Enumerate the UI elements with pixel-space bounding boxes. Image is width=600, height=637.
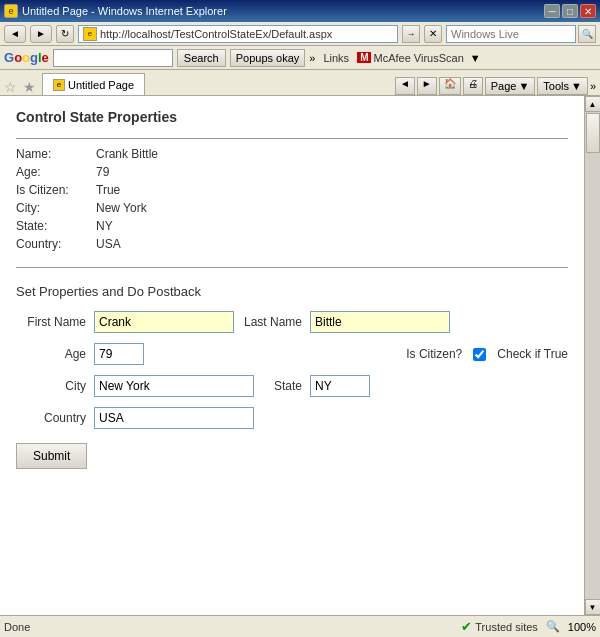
zoom-label: 🔍 [546,620,560,633]
status-right: ✔ Trusted sites 🔍 100% [461,619,596,634]
form-row-name: First Name Last Name [16,311,568,333]
city-label: City [16,379,86,393]
google-bar: Google Search Popups okay » Links M McAf… [0,46,600,70]
address-input-container[interactable]: e http://localhost/TestControlStateEx/De… [78,25,398,43]
shield-icon: ✔ [461,619,472,634]
page-icon: e [83,27,97,41]
trusted-sites: ✔ Trusted sites [461,619,538,634]
title-bar: e Untitled Page - Windows Internet Explo… [0,0,600,22]
last-name-input[interactable] [310,311,450,333]
page-content: Control State Properties Name: Crank Bit… [0,96,584,615]
divider-1 [16,138,568,139]
live-search-input[interactable] [446,25,576,43]
prop-label-name: Name: [16,147,96,161]
maximize-button[interactable]: □ [562,4,578,18]
properties-table: Name: Crank Bittle Age: 79 Is Citizen: T… [16,147,568,251]
tab-print[interactable]: 🖨 [463,77,483,95]
tab-nav-left[interactable]: ◄ [395,77,415,95]
address-bar: ◄ ► ↻ e http://localhost/TestControlStat… [0,22,600,46]
form-row-city-state: City State [16,375,568,397]
google-search-button[interactable]: Search [177,49,226,67]
prop-row-country: Country: USA [16,237,568,251]
submit-button[interactable]: Submit [16,443,87,469]
prop-value-age: 79 [96,165,109,179]
city-input[interactable] [94,375,254,397]
form-title: Set Properties and Do Postback [16,284,568,299]
form-row-age-citizen: Age Is Citizen? Check if True [16,343,568,365]
live-search-button[interactable]: 🔍 [578,25,596,43]
prop-value-city: New York [96,201,147,215]
prop-row-citizen: Is Citizen: True [16,183,568,197]
prop-value-name: Crank Bittle [96,147,158,161]
form-row-country: Country [16,407,568,429]
prop-row-city: City: New York [16,201,568,215]
tools-button[interactable]: Tools ▼ [537,77,588,95]
google-logo: Google [4,50,49,65]
status-text: Done [4,621,30,633]
is-citizen-checkbox[interactable] [473,348,486,361]
age-input[interactable] [94,343,144,365]
more-button[interactable]: » [590,80,596,92]
close-button[interactable]: ✕ [580,4,596,18]
google-search-input[interactable] [53,49,173,67]
prop-label-state: State: [16,219,96,233]
scrollbar: ▲ ▼ [584,96,600,615]
prop-label-citizen: Is Citizen: [16,183,96,197]
tab-favicon: e [53,79,65,91]
app-icon: e [4,4,18,18]
submit-row: Submit [16,439,568,469]
country-label: Country [16,411,86,425]
tabs-bar: ☆ ★ e Untitled Page ◄ ► 🏠 🖨 Page ▼ Tools… [0,70,600,96]
prop-row-name: Name: Crank Bittle [16,147,568,161]
scroll-up-button[interactable]: ▲ [585,96,601,112]
go-button[interactable]: → [402,25,420,43]
country-input[interactable] [94,407,254,429]
page-button[interactable]: Page ▼ [485,77,536,95]
mcafee-area: M McAfee VirusScan [357,52,464,64]
state-label: State [262,379,302,393]
last-name-label: Last Name [242,315,302,329]
links-label: Links [323,52,349,64]
mcafee-label: McAfee VirusScan [373,52,463,64]
prop-value-country: USA [96,237,121,251]
browser-content: Control State Properties Name: Crank Bit… [0,96,600,615]
active-tab[interactable]: e Untitled Page [42,73,145,95]
tab-nav-right[interactable]: ► [417,77,437,95]
first-name-label: First Name [16,315,86,329]
refresh-button[interactable]: ↻ [56,25,74,43]
prop-label-age: Age: [16,165,96,179]
page-label: Page [491,80,517,92]
live-search-area: 🔍 [446,25,596,43]
back-button[interactable]: ◄ [4,25,26,43]
prop-value-state: NY [96,219,113,233]
popups-button[interactable]: Popups okay [230,49,306,67]
divider-2 [16,267,568,268]
tab-controls-right: ◄ ► 🏠 🖨 Page ▼ Tools ▼ » [395,77,596,95]
tab-label: Untitled Page [68,79,134,91]
prop-row-state: State: NY [16,219,568,233]
prop-label-country: Country: [16,237,96,251]
zoom-level: 100% [568,621,596,633]
favorites-star[interactable]: ☆ [4,79,17,95]
prop-row-age: Age: 79 [16,165,568,179]
page-section-title: Control State Properties [16,108,568,126]
scroll-down-button[interactable]: ▼ [585,599,601,615]
favorites-star2[interactable]: ★ [23,79,36,95]
window-title: Untitled Page - Windows Internet Explore… [22,5,227,17]
minimize-button[interactable]: ─ [544,4,560,18]
checkbox-label: Check if True [497,347,568,361]
is-citizen-label: Is Citizen? [406,347,462,361]
scroll-thumb[interactable] [586,113,600,153]
trusted-sites-label: Trusted sites [475,621,538,633]
status-bar: Done ✔ Trusted sites 🔍 100% [0,615,600,637]
address-text: http://localhost/TestControlStateEx/Defa… [100,28,393,40]
stop-button[interactable]: ✕ [424,25,442,43]
first-name-input[interactable] [94,311,234,333]
forward-button[interactable]: ► [30,25,52,43]
scroll-track [585,112,600,599]
prop-label-city: City: [16,201,96,215]
state-input[interactable] [310,375,370,397]
tab-home[interactable]: 🏠 [439,77,461,95]
age-label: Age [16,347,86,361]
tools-label: Tools [543,80,569,92]
